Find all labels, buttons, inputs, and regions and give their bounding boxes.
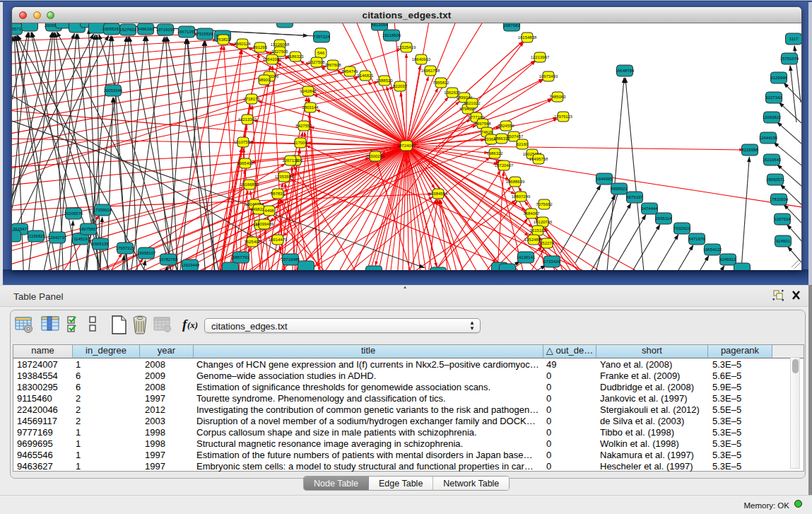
- svg-text:9227342: 9227342: [765, 95, 782, 100]
- svg-text:9146821: 9146821: [357, 74, 374, 78]
- svg-text:13325419: 13325419: [397, 45, 416, 49]
- svg-text:16154838: 16154838: [518, 35, 537, 40]
- svg-text:924501: 924501: [776, 239, 791, 243]
- svg-text:3684067: 3684067: [523, 211, 540, 216]
- svg-text:19958107: 19958107: [137, 251, 156, 255]
- svg-text:18807249: 18807249: [512, 194, 531, 199]
- svg-text:11156829: 11156829: [27, 234, 45, 238]
- svg-text:18640910: 18640910: [412, 57, 431, 62]
- svg-text:2803144: 2803144: [302, 105, 319, 110]
- svg-text:7075692: 7075692: [536, 202, 553, 206]
- svg-text:546: 546: [317, 51, 325, 55]
- svg-text:15692571: 15692571: [766, 177, 785, 182]
- svg-text:8454749: 8454749: [341, 69, 358, 74]
- svg-text:763822: 763822: [216, 37, 231, 42]
- svg-text:19218506: 19218506: [382, 33, 401, 37]
- svg-text:12213369: 12213369: [238, 117, 257, 122]
- svg-text:6466160: 6466160: [137, 27, 154, 31]
- svg-text:16914479: 16914479: [269, 238, 288, 242]
- svg-text:252274: 252274: [540, 241, 555, 245]
- svg-text:117006: 117006: [293, 141, 307, 145]
- svg-text:16782759: 16782759: [159, 257, 178, 262]
- svg-text:9857791: 9857791: [233, 255, 249, 259]
- svg-text:7955812: 7955812: [433, 81, 449, 85]
- svg-text:20206576: 20206576: [64, 211, 83, 216]
- svg-text:15720407: 15720407: [495, 163, 514, 168]
- svg-text:6497568: 6497568: [474, 122, 491, 126]
- svg-text:10719155: 10719155: [156, 28, 175, 32]
- svg-text:1588520: 1588520: [376, 78, 393, 83]
- svg-text:74626: 74626: [481, 130, 493, 134]
- svg-text:9327508: 9327508: [308, 60, 325, 64]
- svg-text:114519: 114519: [73, 237, 88, 241]
- svg-text:891295: 891295: [253, 45, 268, 49]
- svg-text:(x): (x): [187, 320, 198, 330]
- svg-text:12444195: 12444195: [759, 136, 778, 140]
- svg-text:19975867: 19975867: [79, 227, 98, 231]
- svg-text:8186323: 8186323: [287, 54, 304, 59]
- svg-text:14099489: 14099489: [255, 222, 274, 226]
- svg-text:2718176: 2718176: [243, 97, 260, 101]
- svg-text:14136141: 14136141: [517, 255, 536, 259]
- svg-text:17810504: 17810504: [770, 197, 789, 201]
- svg-text:10654122: 10654122: [703, 247, 722, 252]
- svg-text:1621022: 1621022: [464, 101, 481, 105]
- svg-text:12942737: 12942737: [48, 235, 67, 240]
- svg-text:9129946: 9129946: [770, 76, 787, 80]
- svg-text:10655267: 10655267: [102, 27, 122, 31]
- svg-text:8427552: 8427552: [295, 124, 312, 128]
- svg-text:1965498: 1965498: [237, 161, 254, 165]
- svg-text:16671355: 16671355: [177, 30, 196, 34]
- svg-text:7986322: 7986322: [486, 151, 503, 156]
- svg-text:9327505: 9327505: [271, 49, 288, 54]
- svg-text:3267130: 3267130: [282, 158, 299, 163]
- svg-text:1886312: 1886312: [493, 136, 510, 141]
- svg-text:4498: 4498: [264, 209, 274, 213]
- svg-text:16033809: 16033809: [276, 23, 295, 24]
- svg-text:7632621: 7632621: [673, 226, 690, 230]
- svg-text:10543362: 10543362: [263, 57, 282, 62]
- svg-text:9474444: 9474444: [641, 206, 658, 211]
- svg-text:7515526: 7515526: [196, 32, 213, 36]
- svg-text:887833: 887833: [271, 192, 286, 196]
- svg-text:7357224: 7357224: [313, 35, 330, 39]
- svg-text:10688609: 10688609: [506, 180, 525, 184]
- svg-text:9245612: 9245612: [719, 257, 736, 262]
- svg-text:17957223: 17957223: [116, 246, 135, 250]
- svg-text:10973493: 10973493: [539, 74, 558, 78]
- svg-text:12213967: 12213967: [531, 55, 550, 59]
- svg-text:8958921: 8958921: [611, 187, 628, 191]
- svg-text:19384554: 19384554: [429, 192, 448, 196]
- svg-text:15751074: 15751074: [780, 57, 799, 61]
- svg-text:17359924: 17359924: [93, 208, 112, 212]
- svg-text:18300295: 18300295: [366, 154, 385, 158]
- svg-text:16961758: 16961758: [421, 69, 440, 73]
- svg-text:8215958: 8215958: [741, 148, 758, 152]
- svg-text:1527602: 1527602: [119, 28, 136, 32]
- svg-text:12353594: 12353594: [275, 175, 294, 179]
- svg-text:20053346: 20053346: [104, 88, 123, 93]
- svg-text:15716485: 15716485: [281, 257, 300, 262]
- svg-text:18724007: 18724007: [397, 144, 416, 148]
- svg-text:12093822: 12093822: [763, 115, 782, 119]
- svg-text:7485063: 7485063: [549, 95, 566, 99]
- svg-text:2867608: 2867608: [324, 63, 341, 67]
- svg-text:1824554: 1824554: [498, 124, 514, 128]
- svg-text:822037: 822037: [393, 84, 408, 88]
- svg-text:98901: 98901: [259, 78, 271, 82]
- svg-text:19166852: 19166852: [240, 182, 259, 187]
- svg-text:1362635: 1362635: [444, 90, 461, 95]
- svg-text:2687682: 2687682: [503, 23, 520, 28]
- svg-text:1644095: 1644095: [596, 177, 613, 181]
- svg-text:1117: 1117: [789, 37, 799, 41]
- svg-text:16120746: 16120746: [534, 220, 553, 224]
- svg-text:1615112: 1615112: [530, 228, 547, 233]
- svg-text:9242848: 9242848: [300, 89, 317, 93]
- svg-text:17975115: 17975115: [554, 115, 573, 119]
- svg-text:1733426: 1733426: [543, 259, 560, 264]
- svg-text:8471676: 8471676: [688, 237, 705, 241]
- svg-text:6679197: 6679197: [626, 195, 643, 199]
- svg-text:8813054: 8813054: [371, 23, 388, 27]
- svg-text:2935114: 2935114: [656, 216, 673, 221]
- svg-text:13226058: 13226058: [271, 42, 290, 47]
